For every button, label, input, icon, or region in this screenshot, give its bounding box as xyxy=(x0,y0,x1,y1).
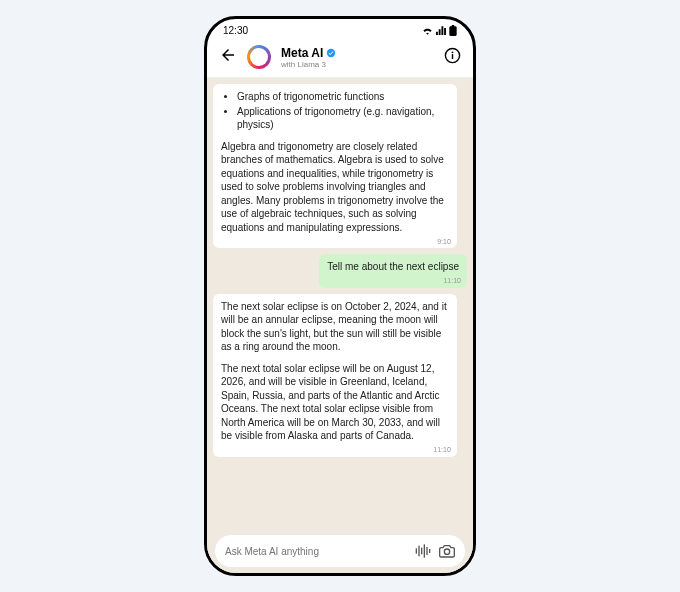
status-bar: 12:30 xyxy=(207,19,473,41)
message-outgoing: Tell me about the next eclipse 11:10 xyxy=(319,254,467,288)
camera-icon[interactable] xyxy=(439,544,455,558)
audio-wave-icon[interactable] xyxy=(415,544,431,558)
svg-point-0 xyxy=(327,48,335,56)
svg-rect-4 xyxy=(416,548,417,553)
svg-rect-8 xyxy=(426,547,427,555)
status-icons xyxy=(422,25,457,36)
chat-title: Meta AI xyxy=(281,46,323,60)
signal-icon xyxy=(436,26,446,35)
message-text: The next solar eclipse is on October 2, … xyxy=(221,300,449,354)
message-text: Algebra and trigonometry are closely rel… xyxy=(221,140,449,235)
chat-subtitle: with Llama 3 xyxy=(281,60,434,69)
bullet-list: Graphs of trigonometric functions Applic… xyxy=(221,90,449,132)
svg-rect-7 xyxy=(424,544,425,557)
battery-icon xyxy=(449,25,457,36)
list-item: Graphs of trigonometric functions xyxy=(237,90,449,104)
message-time: 9:10 xyxy=(437,237,451,246)
input-bar xyxy=(207,529,473,573)
message-time: 11:10 xyxy=(443,276,461,285)
message-text: The next total solar eclipse will be on … xyxy=(221,362,449,443)
message-incoming: The next solar eclipse is on October 2, … xyxy=(213,294,457,457)
wifi-icon xyxy=(422,26,433,35)
status-time: 12:30 xyxy=(223,25,248,36)
verified-badge-icon xyxy=(326,48,336,58)
info-button[interactable] xyxy=(444,47,461,67)
message-incoming: Graphs of trigonometric functions Applic… xyxy=(213,84,457,248)
message-time: 11:10 xyxy=(433,445,451,454)
svg-point-10 xyxy=(444,549,449,554)
chat-messages[interactable]: Graphs of trigonometric functions Applic… xyxy=(207,78,473,529)
svg-rect-5 xyxy=(418,546,419,557)
phone-frame: 12:30 Meta AI with Llama 3 Graphs of xyxy=(204,16,476,576)
svg-rect-3 xyxy=(452,54,453,59)
chat-title-block[interactable]: Meta AI with Llama 3 xyxy=(281,46,434,69)
message-text: Tell me about the next eclipse xyxy=(327,261,459,272)
svg-point-2 xyxy=(452,51,454,53)
back-button[interactable] xyxy=(219,46,237,69)
svg-rect-6 xyxy=(421,548,422,555)
meta-ai-avatar[interactable] xyxy=(247,45,271,69)
input-pill xyxy=(215,535,465,567)
list-item: Applications of trigonometry (e.g. navig… xyxy=(237,105,449,132)
svg-rect-9 xyxy=(429,549,430,553)
chat-header: Meta AI with Llama 3 xyxy=(207,41,473,78)
message-input[interactable] xyxy=(225,546,407,557)
